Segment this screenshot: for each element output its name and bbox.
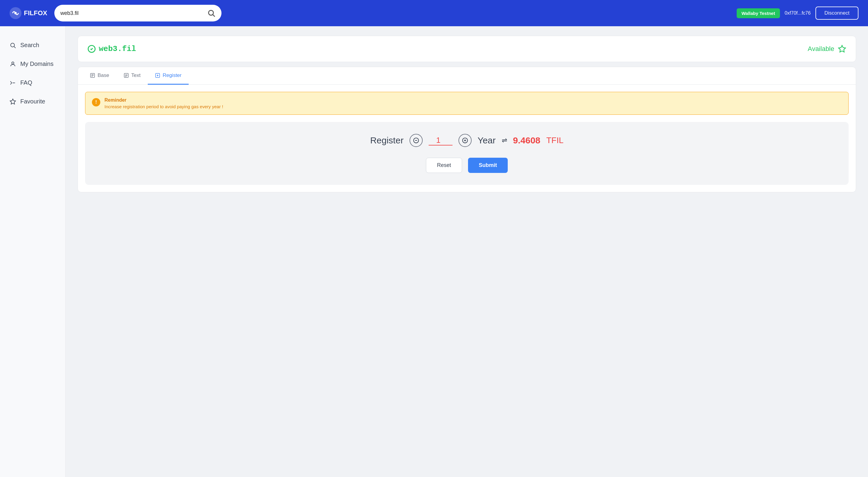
sidebar-label-favourite: Favourite (20, 98, 45, 105)
sidebar-label-my-domains: My Domains (20, 61, 54, 67)
disconnect-button[interactable]: Disconnect (815, 6, 859, 20)
svg-point-4 (11, 43, 14, 47)
tabs-card: Base Text (78, 67, 856, 192)
tab-text-label: Text (131, 72, 141, 78)
plus-icon (462, 137, 468, 143)
action-buttons: Reset Submit (92, 158, 841, 173)
tab-base-label: Base (98, 72, 109, 78)
search-input[interactable] (60, 10, 204, 16)
reset-button[interactable]: Reset (426, 158, 462, 173)
price-unit: TFIL (546, 136, 563, 145)
logo: FILFOX (9, 7, 47, 19)
search-bar[interactable] (54, 5, 221, 22)
header-right: Wallaby Testnet 0xf70f...fc76 Disconnect (737, 6, 859, 20)
register-label: Register (370, 135, 404, 145)
sidebar-label-faq: FAQ (20, 79, 32, 86)
svg-line-3 (213, 14, 215, 16)
checkmark-circle-icon (88, 45, 96, 53)
reminder-title: Reminder (104, 98, 223, 103)
domain-title: web3.fil (88, 44, 136, 54)
header: FILFOX Wallaby Testnet 0xf70f...fc76 Dis… (0, 0, 868, 26)
reminder-banner: ! Reminder Increase registration period … (85, 92, 848, 115)
domain-name: web3.fil (99, 44, 136, 54)
sidebar-item-search[interactable]: Search (0, 36, 65, 55)
swap-icon: ⇌ (502, 137, 507, 144)
svg-line-5 (14, 46, 16, 48)
domain-status: Available (808, 45, 846, 53)
layout: Search My Domains FAQ Favourite (0, 26, 868, 477)
tabs-header: Base Text (78, 67, 856, 85)
network-badge: Wallaby Testnet (737, 8, 780, 18)
available-text: Available (808, 45, 834, 53)
year-label: Year (477, 135, 496, 145)
base-tab-icon (90, 73, 95, 78)
decrement-button[interactable] (409, 134, 423, 147)
reminder-icon: ! (92, 98, 100, 106)
sidebar: Search My Domains FAQ Favourite (0, 26, 66, 477)
register-section: Register Year ⇌ 9.4608 (85, 122, 848, 185)
favourite-star-icon[interactable] (838, 45, 846, 53)
user-icon (9, 61, 16, 67)
sidebar-label-search: Search (20, 42, 39, 48)
price-display: 9.4608 (513, 135, 540, 145)
tab-base[interactable]: Base (83, 67, 116, 85)
search-icon (207, 9, 216, 17)
text-tab-icon (124, 73, 129, 78)
svg-marker-8 (10, 99, 16, 104)
wallet-address: 0xf70f...fc76 (785, 10, 811, 16)
main-content: web3.fil Available Base (66, 26, 868, 477)
tab-register[interactable]: Register (148, 67, 189, 85)
svg-point-1 (14, 12, 17, 14)
increment-button[interactable] (459, 134, 472, 147)
svg-point-6 (12, 62, 14, 64)
minus-icon (413, 137, 419, 143)
submit-button[interactable]: Submit (468, 158, 508, 173)
sidebar-item-faq[interactable]: FAQ (0, 73, 65, 92)
filfox-logo-icon (9, 7, 22, 19)
sidebar-item-my-domains[interactable]: My Domains (0, 55, 65, 73)
logo-text: FILFOX (24, 9, 47, 17)
search-button[interactable] (207, 9, 216, 17)
svg-point-2 (209, 10, 213, 15)
year-input[interactable] (429, 136, 453, 145)
faq-icon (9, 79, 16, 86)
search-icon (9, 42, 16, 48)
star-icon (9, 98, 16, 105)
register-row: Register Year ⇌ 9.4608 (92, 134, 841, 147)
domain-card: web3.fil Available (78, 36, 856, 62)
reminder-text: Increase registration period to avoid pa… (104, 104, 223, 109)
svg-marker-10 (838, 45, 845, 52)
tab-text[interactable]: Text (116, 67, 148, 85)
register-tab-icon (155, 73, 160, 78)
tab-register-label: Register (163, 72, 182, 78)
reminder-content: Reminder Increase registration period to… (104, 98, 223, 109)
sidebar-item-favourite[interactable]: Favourite (0, 92, 65, 111)
